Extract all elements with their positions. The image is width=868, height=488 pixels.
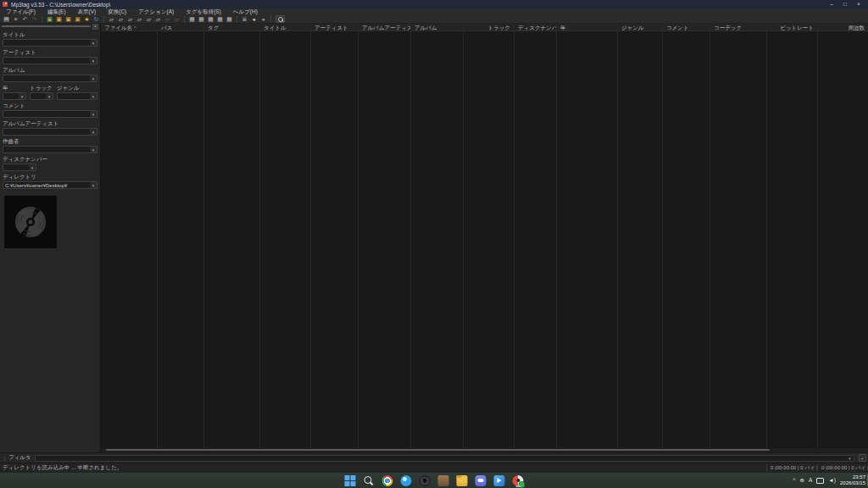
tag-panel-scrollbar[interactable] [2, 25, 91, 27]
chevron-down-icon[interactable]: ▾ [90, 111, 97, 117]
filter-icon[interactable]: ⋮ [2, 455, 7, 461]
refresh-icon[interactable]: ↻ [92, 15, 100, 23]
tag-sources-icon[interactable]: ▦ [225, 15, 233, 23]
actions-icon[interactable]: ▦ [207, 15, 214, 23]
taskbar-camera-app[interactable] [419, 474, 431, 487]
column-album[interactable]: アルバム [411, 24, 463, 31]
genre-field[interactable]: ▾ [57, 92, 97, 100]
column-artist[interactable]: アーティスト [311, 24, 358, 31]
save-icon[interactable]: ▤ [3, 15, 10, 23]
menu-file[interactable]: ファイル(F) [0, 8, 42, 15]
column-tag[interactable]: タグ [204, 24, 259, 31]
minimize-button[interactable]: – [825, 0, 838, 8]
album-artist-field[interactable]: ▾ [3, 128, 97, 136]
chevron-down-icon[interactable]: ▾ [29, 164, 36, 170]
column-codec[interactable]: コーデック [710, 24, 766, 31]
search-button[interactable] [363, 474, 376, 487]
filter-toggle-icon[interactable] [275, 15, 285, 23]
artist-label: アーティスト [3, 49, 100, 56]
parent-directory-icon[interactable]: ▣ [55, 15, 63, 23]
convert-filename-tag-icon[interactable]: ▦ [198, 15, 205, 23]
filter-input[interactable] [35, 455, 854, 462]
file-list[interactable]: ファイル名^ パス タグ タイトル アーティスト アルバムアーティスト アルバム… [101, 24, 868, 452]
column-title[interactable]: タイトル [260, 24, 310, 31]
horizontal-scrollbar[interactable] [101, 448, 868, 452]
chevron-down-icon[interactable]: ▾ [90, 147, 97, 152]
chevron-down-icon[interactable]: ▾ [90, 58, 97, 64]
volume-icon[interactable]: ◄) [828, 473, 836, 488]
close-button[interactable]: × [852, 0, 865, 8]
track-field[interactable]: ▾ [30, 92, 53, 100]
menu-convert[interactable]: 変換(C) [102, 8, 132, 15]
tray-chevron-up-icon[interactable]: ^ [793, 473, 796, 488]
taskbar-chat-app[interactable] [400, 474, 413, 487]
change-directory-icon[interactable]: ▣ [46, 15, 53, 23]
album-field[interactable]: ▾ [3, 75, 97, 82]
menu-actions[interactable]: アクション(A) [132, 8, 180, 15]
chevron-down-icon[interactable]: ▾ [846, 455, 854, 462]
convert-tag-filename-icon[interactable]: ▦ [188, 15, 196, 23]
playlist-icon[interactable]: ≣ [241, 15, 248, 23]
network-icon[interactable]: ⊕ [800, 473, 804, 488]
menu-view[interactable]: 表示(V) [72, 8, 103, 15]
filter-options-button[interactable]: ▪ [859, 454, 866, 462]
playlist-new-icon[interactable]: ● [250, 15, 258, 23]
maximize-button[interactable]: □ [838, 0, 852, 8]
column-album-artist[interactable]: アルバムアーティスト [359, 24, 410, 31]
disc-number-field[interactable]: ▾ [3, 164, 36, 171]
column-comment[interactable]: コメント [663, 24, 709, 31]
taskbar-mp3tag[interactable] [512, 474, 525, 487]
year-field[interactable]: ▾ [3, 92, 26, 100]
monitor-icon[interactable] [816, 478, 824, 484]
chevron-down-icon[interactable]: ▾ [90, 129, 97, 135]
chevron-down-icon[interactable]: ▾ [19, 93, 25, 99]
chevron-down-icon[interactable]: ▾ [90, 75, 97, 81]
taskbar-blue-app[interactable] [493, 474, 506, 487]
remove-tag-id3v2-icon[interactable]: ▱ [136, 15, 143, 23]
column-genre[interactable]: ジャンル [618, 24, 662, 31]
options-icon[interactable]: ● [259, 15, 267, 23]
ime-mode-indicator[interactable]: A [809, 473, 812, 488]
remove-tag-id3v1-icon[interactable]: ▱ [126, 15, 134, 23]
add-directory-icon[interactable]: ▣ [64, 15, 72, 23]
menu-help[interactable]: ヘルプ(H) [227, 8, 264, 15]
artist-field[interactable]: ▾ [3, 57, 97, 64]
taskbar-chrome[interactable] [381, 474, 394, 487]
tag-copy-icon[interactable]: ▱ [108, 15, 115, 23]
status-bar: ディレクトリを読み込み中 ... 中断されました。 0 (00:00:00 | … [0, 463, 868, 473]
column-track[interactable]: トラック [464, 24, 514, 31]
menu-edit[interactable]: 編集(E) [42, 8, 72, 15]
undo-icon[interactable]: ↶ [21, 15, 29, 23]
favorites-icon[interactable]: ★ [83, 15, 91, 23]
remove-tag-icon[interactable]: × [12, 15, 19, 23]
column-year[interactable]: 年 [557, 24, 617, 31]
tag-panel-close-button[interactable]: × [92, 24, 98, 30]
column-filename[interactable]: ファイル名^ [101, 24, 157, 31]
menu-tag-sources[interactable]: タグを取得(S) [180, 8, 227, 15]
taskbar-file-explorer[interactable] [456, 474, 469, 487]
remove-tag-ape-icon[interactable]: ▱ [145, 15, 153, 23]
taskbar-game-app[interactable] [437, 474, 450, 487]
album-art-placeholder[interactable] [4, 196, 57, 248]
taskbar-purple-app[interactable] [475, 474, 487, 487]
column-path[interactable]: パス [158, 24, 203, 31]
chevron-down-icon[interactable]: ▾ [46, 93, 53, 99]
text-file-icon[interactable]: ▦ [216, 15, 224, 23]
open-explorer-icon[interactable]: ▣ [74, 15, 81, 23]
taskbar-clock[interactable]: 23:57 2026/03/15 [840, 473, 865, 488]
composer-field[interactable]: ▾ [3, 146, 97, 153]
column-frequency[interactable]: 周波数 [818, 24, 868, 31]
start-button[interactable] [344, 474, 357, 487]
directory-field[interactable]: C:¥Users¥owner¥Desktop¥ ▾ [3, 181, 97, 189]
tag-paste-icon[interactable]: ▱ [117, 15, 125, 23]
title-bar[interactable]: Mp3tag v3.53 - C:\Users\owner\Desktop\ –… [0, 0, 868, 8]
title-field[interactable]: ▾ [3, 39, 97, 47]
comment-field[interactable]: ▾ [3, 110, 97, 118]
chevron-down-icon[interactable]: ▾ [90, 40, 97, 46]
tag-cut-icon[interactable]: ▱ [154, 15, 162, 23]
chevron-down-icon[interactable]: ▾ [90, 93, 97, 99]
chevron-down-icon[interactable]: ▾ [90, 182, 97, 188]
column-bitrate[interactable]: ビットレート [767, 24, 817, 31]
column-disc-number[interactable]: ディスクナンバー [515, 24, 556, 31]
scrollbar-thumb[interactable] [106, 449, 770, 451]
